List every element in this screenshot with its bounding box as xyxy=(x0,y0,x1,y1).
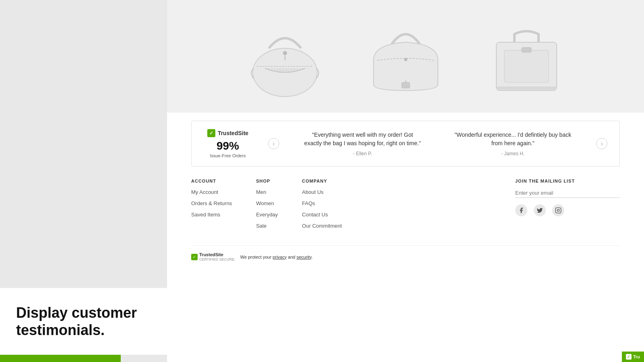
contact-us-link[interactable]: Contact Us xyxy=(302,212,328,218)
sale-link[interactable]: Sale xyxy=(256,223,266,229)
account-list: My Account Orders & Returns Saved Items xyxy=(191,188,232,218)
testimonial-heading: Display customer testimonials. xyxy=(16,304,151,339)
footer-bottom: ✓ TrustedSite CERTIFIED SECURE. We prote… xyxy=(191,245,620,261)
list-item: Everyday xyxy=(256,211,278,218)
footer-certified-label: CERTIFIED SECURE. xyxy=(199,257,235,261)
security-link[interactable]: security xyxy=(297,255,312,259)
svg-point-17 xyxy=(559,209,560,209)
trusted-site-name: TrustedSite xyxy=(218,130,248,136)
footer-company-column: COMPANY About Us FAQs Contact Us Our Com… xyxy=(302,179,342,233)
product-image-3[interactable] xyxy=(474,16,579,105)
list-item: My Account xyxy=(191,188,232,195)
footer-check-icon: ✓ xyxy=(191,254,198,260)
list-item: Our Commitment xyxy=(302,222,342,229)
svg-rect-11 xyxy=(504,50,549,82)
svg-rect-15 xyxy=(555,208,561,213)
footer-columns: ACCOUNT My Account Orders & Returns Save… xyxy=(191,179,620,233)
about-us-link[interactable]: About Us xyxy=(302,189,323,195)
my-account-link[interactable]: My Account xyxy=(191,189,218,195)
account-heading: ACCOUNT xyxy=(191,179,232,183)
list-item: Contact Us xyxy=(302,211,342,218)
corner-badge-text: Tru xyxy=(633,354,640,359)
mailing-heading: JOIN THE MAILING LIST xyxy=(515,179,620,183)
svg-point-2 xyxy=(283,51,287,55)
product-image-2[interactable] xyxy=(353,16,458,105)
svg-rect-12 xyxy=(522,47,531,52)
left-panel: Display customer testimonials. xyxy=(0,0,167,362)
testimonial-author-2: - James H. xyxy=(454,151,572,156)
list-item: Orders & Returns xyxy=(191,200,232,207)
trusted-badge: ✓ TrustedSite 99% Issue-Free Orders xyxy=(204,129,252,158)
orders-returns-link[interactable]: Orders & Returns xyxy=(191,200,232,206)
facebook-icon[interactable] xyxy=(515,204,527,216)
corner-trusted-badge: ✓ Tru xyxy=(622,352,644,362)
footer-shop-column: SHOP Men Women Everyday Sale xyxy=(256,179,278,233)
instagram-icon[interactable] xyxy=(552,204,564,216)
faqs-link[interactable]: FAQs xyxy=(302,200,315,206)
trusted-site-widget: ✓ TrustedSite 99% Issue-Free Orders ‹ "E… xyxy=(191,121,620,167)
footer-account-column: ACCOUNT My Account Orders & Returns Save… xyxy=(191,179,232,233)
next-testimonial-button[interactable]: › xyxy=(596,138,607,149)
list-item: Sale xyxy=(256,222,278,229)
svg-rect-10 xyxy=(496,86,557,90)
privacy-link[interactable]: privacy xyxy=(272,255,287,259)
svg-rect-6 xyxy=(402,82,410,88)
corner-check-icon: ✓ xyxy=(626,354,632,360)
men-link[interactable]: Men xyxy=(256,189,266,195)
saved-items-link[interactable]: Saved Items xyxy=(191,212,220,218)
footer-privacy-text: We protect your privacy and security. xyxy=(240,255,313,259)
trusted-logo: ✓ TrustedSite xyxy=(207,129,248,137)
list-item: Saved Items xyxy=(191,211,232,218)
women-link[interactable]: Women xyxy=(256,200,274,206)
trusted-label: Issue-Free Orders xyxy=(210,153,246,158)
company-list: About Us FAQs Contact Us Our Commitment xyxy=(302,188,342,229)
testimonial-quote-1: "Everything went well with my order! Got… xyxy=(303,131,422,148)
footer-trusted-badge: ✓ TrustedSite CERTIFIED SECURE. xyxy=(191,252,235,261)
testimonial-text-box: Display customer testimonials. xyxy=(0,288,167,355)
footer: ACCOUNT My Account Orders & Returns Save… xyxy=(191,179,620,261)
list-item: Men xyxy=(256,188,278,195)
svg-point-8 xyxy=(404,58,407,61)
shop-heading: SHOP xyxy=(256,179,278,183)
testimonial-block-1: "Everything went well with my order! Got… xyxy=(295,131,430,156)
testimonial-block-2: "Wonderful experience... I'd defintiely … xyxy=(446,131,580,156)
company-heading: COMPANY xyxy=(302,179,342,183)
trusted-percent: 99% xyxy=(217,140,239,152)
testimonial-author-1: - Ellen P. xyxy=(303,151,422,156)
list-item: FAQs xyxy=(302,200,342,207)
email-input[interactable] xyxy=(515,188,620,198)
svg-point-16 xyxy=(557,209,559,211)
green-bar xyxy=(0,355,121,362)
twitter-icon[interactable] xyxy=(534,204,546,216)
our-commitment-link[interactable]: Our Commitment xyxy=(302,223,342,229)
shop-list: Men Women Everyday Sale xyxy=(256,188,278,229)
prev-testimonial-button[interactable]: ‹ xyxy=(268,138,279,149)
right-panel: ✓ TrustedSite 99% Issue-Free Orders ‹ "E… xyxy=(167,0,644,362)
social-icons xyxy=(515,204,620,216)
testimonial-quote-2: "Wonderful experience... I'd defintiely … xyxy=(454,131,572,148)
product-image-1[interactable] xyxy=(233,16,337,105)
footer-mailing-column: JOIN THE MAILING LIST xyxy=(515,179,620,233)
products-row xyxy=(167,0,644,113)
trusted-check-icon: ✓ xyxy=(207,129,215,137)
everyday-link[interactable]: Everyday xyxy=(256,212,278,218)
footer-trusted-name: TrustedSite xyxy=(199,252,235,257)
list-item: Women xyxy=(256,200,278,207)
list-item: About Us xyxy=(302,188,342,195)
